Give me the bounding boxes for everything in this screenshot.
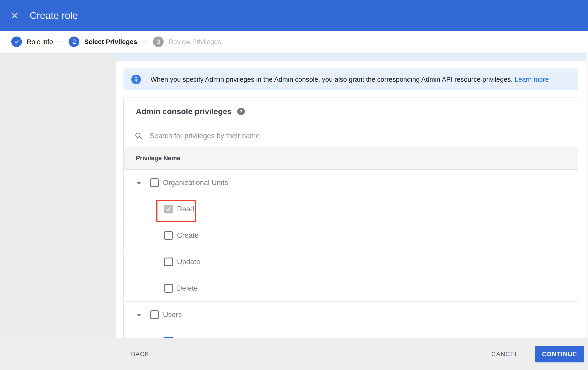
caret-down-icon[interactable] — [137, 181, 141, 184]
step-connector — [57, 41, 64, 42]
help-circle-icon[interactable]: ? — [237, 108, 245, 115]
checkbox-read[interactable] — [164, 205, 173, 213]
app-bar: Create role — [0, 0, 588, 31]
checkbox-create[interactable] — [164, 231, 173, 240]
step-select-privileges[interactable]: 2 Select Privileges — [69, 37, 137, 47]
row-label: Update — [177, 258, 200, 266]
row-label: Create — [177, 231, 199, 240]
step-review-privileges[interactable]: 3 Review Privileges — [153, 37, 221, 47]
checkbox-delete[interactable] — [164, 284, 173, 293]
step-role-info[interactable]: Role info — [11, 37, 53, 47]
page-title: Create role — [30, 10, 78, 21]
search-input[interactable] — [149, 131, 472, 140]
row-label: Delete — [177, 284, 198, 292]
close-button[interactable] — [8, 9, 21, 22]
table-row-update[interactable]: Update — [124, 249, 578, 275]
info-icon — [131, 75, 141, 84]
step-complete-circle — [11, 37, 22, 47]
table-row-read[interactable]: Read — [124, 196, 578, 222]
table-row-users-read[interactable]: Read — [124, 328, 578, 338]
banner-text: When you specify Admin privileges in the… — [151, 76, 549, 83]
step-connector — [142, 41, 149, 42]
step-label: Role info — [27, 38, 53, 46]
continue-button[interactable]: CONTINUE — [535, 346, 584, 362]
table-row-users[interactable]: Users — [124, 302, 578, 328]
card-heading-row: Admin console privileges ? — [124, 98, 578, 125]
card-title: Admin console privileges — [136, 107, 232, 116]
back-button[interactable]: BACK — [127, 348, 154, 361]
table-row-create[interactable]: Create — [124, 222, 578, 249]
step-label: Review Privileges — [168, 38, 221, 46]
info-banner: When you specify Admin privileges in the… — [124, 68, 578, 90]
column-header-privilege-name: Privilege Name — [136, 155, 180, 162]
step-label: Select Privileges — [84, 38, 137, 46]
search-icon — [135, 132, 143, 140]
checkbox-update[interactable] — [164, 258, 173, 266]
svg-text:?: ? — [240, 109, 242, 114]
content-top-strip — [116, 53, 586, 61]
caret-down-icon[interactable] — [137, 313, 141, 316]
table-row-delete[interactable]: Delete — [124, 275, 578, 302]
checkbox-organizational-units[interactable] — [150, 178, 159, 187]
cancel-button[interactable]: CANCEL — [487, 348, 523, 361]
row-label: Read — [177, 205, 194, 213]
left-sidebar-panel — [0, 53, 116, 338]
scrollbar-track[interactable] — [586, 53, 588, 338]
learn-more-link[interactable]: Learn more — [515, 76, 549, 83]
check-icon — [14, 39, 20, 45]
table-header-row: Privilege Name — [124, 147, 578, 170]
row-label: Organizational Units — [163, 179, 228, 187]
table-row-organizational-units[interactable]: Organizational Units — [124, 170, 578, 196]
search-row — [124, 125, 578, 147]
privileges-card: Admin console privileges ? Privilege Nam… — [124, 98, 578, 338]
step-number-circle: 3 — [153, 37, 164, 47]
footer-action-bar: BACK CANCEL CONTINUE — [0, 338, 588, 370]
checkbox-users[interactable] — [150, 310, 159, 319]
row-label: Users — [163, 310, 182, 319]
step-number-circle: 2 — [69, 37, 79, 47]
close-icon — [10, 11, 19, 20]
stepper: Role info 2 Select Privileges 3 Review P… — [0, 31, 588, 53]
